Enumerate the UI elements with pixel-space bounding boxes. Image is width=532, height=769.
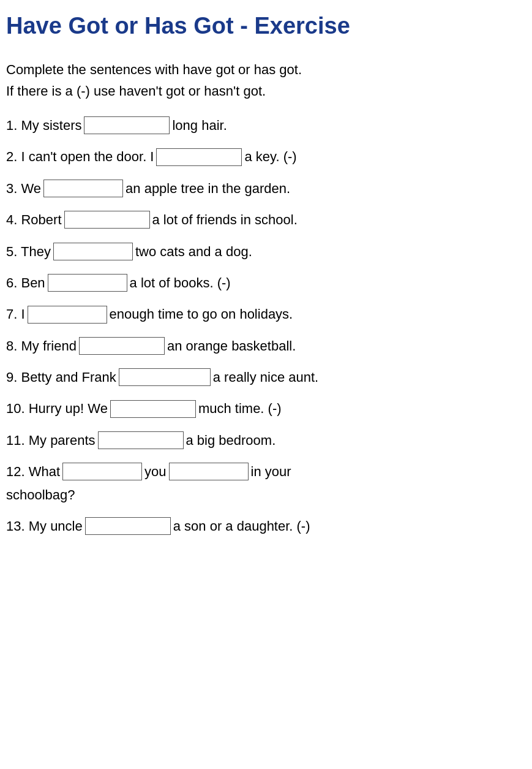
item-2-text-after: a key. (-): [244, 145, 296, 168]
exercise-item-7: 7. I enough time to go on holidays.: [6, 303, 526, 325]
exercise-item-1: 1. My sisters long hair.: [6, 114, 526, 137]
item-3-input[interactable]: [43, 180, 123, 197]
item-8-text-before: 8. My friend: [6, 335, 77, 357]
exercise-item-11: 11. My parents a big bedroom.: [6, 429, 526, 452]
item-7-input[interactable]: [28, 306, 107, 324]
exercise-item-5: 5. They two cats and a dog.: [6, 240, 526, 263]
item-13-text-after: a son or a daughter. (-): [173, 515, 310, 537]
page-title: Have Got or Has Got - Exercise: [6, 12, 526, 40]
item-4-text-after: a lot of friends in school.: [152, 208, 298, 231]
item-3-text-before: 3. We: [6, 177, 41, 200]
item-10-text-before: 10. Hurry up! We: [6, 397, 108, 420]
item-2-text-before: 2. I can't open the door. I: [6, 145, 154, 168]
item-2-input[interactable]: [156, 148, 242, 166]
item-11-text-after: a big bedroom.: [186, 429, 276, 452]
instruction-1: Complete the sentences with have got or …: [6, 59, 526, 80]
item-5-input[interactable]: [53, 243, 133, 260]
item-3-text-after: an apple tree in the garden.: [126, 177, 290, 200]
instruction-2: If there is a (-) use haven't got or has…: [6, 80, 526, 102]
exercise-item-2: 2. I can't open the door. I a key. (-): [6, 145, 526, 168]
item-11-input[interactable]: [98, 431, 184, 449]
item-6-text-after: a lot of books. (-): [130, 271, 231, 294]
exercise-item-3: 3. We an apple tree in the garden.: [6, 177, 526, 200]
item-9-text-before: 9. Betty and Frank: [6, 366, 116, 388]
item-12-input-2[interactable]: [169, 463, 249, 480]
exercise-item-8: 8. My friend an orange basketball.: [6, 335, 526, 357]
item-1-text-before: 1. My sisters: [6, 114, 81, 137]
item-11-text-before: 11. My parents: [6, 429, 96, 452]
item-4-input[interactable]: [64, 211, 150, 229]
item-10-text-after: much time. (-): [198, 397, 282, 420]
item-13-text-before: 13. My uncle: [6, 515, 83, 537]
exercise-list: 1. My sisters long hair. 2. I can't open…: [6, 114, 526, 537]
item-10-input[interactable]: [110, 400, 196, 418]
item-13-input[interactable]: [85, 517, 171, 535]
item-8-text-after: an orange basketball.: [167, 335, 296, 357]
exercise-item-12: 12. What you in your schoolbag?: [6, 460, 526, 506]
item-5-text-after: two cats and a dog.: [135, 240, 252, 263]
item-12-input-1[interactable]: [62, 463, 142, 480]
item-12-text-1: 12. What: [6, 460, 60, 483]
item-9-text-after: a really nice aunt.: [213, 366, 318, 388]
exercise-item-6: 6. Ben a lot of books. (-): [6, 271, 526, 294]
item-9-input[interactable]: [119, 368, 211, 386]
item-4-text-before: 4. Robert: [6, 208, 62, 231]
item-12-continuation: schoolbag?: [6, 483, 526, 506]
item-6-text-before: 6. Ben: [6, 271, 45, 294]
exercise-item-9: 9. Betty and Frank a really nice aunt.: [6, 366, 526, 388]
item-7-text-after: enough time to go on holidays.: [110, 303, 293, 325]
item-6-input[interactable]: [48, 274, 127, 292]
item-8-input[interactable]: [79, 337, 165, 355]
item-7-text-before: 7. I: [6, 303, 25, 325]
item-5-text-before: 5. They: [6, 240, 51, 263]
item-12-text-2: you: [144, 460, 166, 483]
item-1-input[interactable]: [84, 116, 170, 134]
exercise-item-10: 10. Hurry up! We much time. (-): [6, 397, 526, 420]
item-1-text-after: long hair.: [172, 114, 227, 137]
exercise-item-13: 13. My uncle a son or a daughter. (-): [6, 515, 526, 537]
exercise-item-4: 4. Robert a lot of friends in school.: [6, 208, 526, 231]
item-12-text-3: in your: [251, 460, 291, 483]
